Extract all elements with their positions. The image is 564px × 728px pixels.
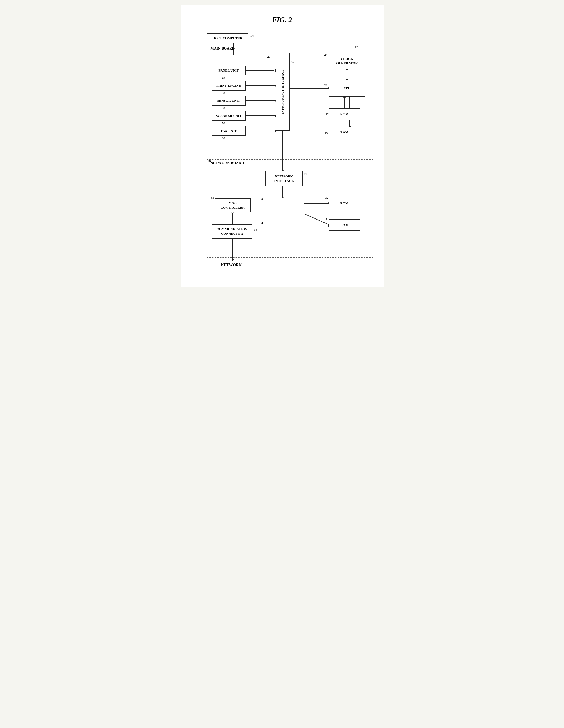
ref-mac: 35 [211, 196, 214, 200]
rom-main-label: ROM [340, 112, 349, 117]
ref-panel: 40 [222, 76, 225, 80]
scanner-unit-label: SCANNER UNIT [216, 114, 242, 118]
cpu-label: CPU [343, 86, 351, 91]
diagram-area: HOST COMPUTER 14 13 MAIN BOARD INPUT/OUT… [191, 32, 373, 271]
page: FIG. 2 [181, 5, 384, 287]
ref-dpram-nwcpu: 31 [260, 221, 263, 225]
fax-unit-box: FAX UNIT [212, 126, 246, 136]
ref-net-interface: 37 [304, 172, 307, 176]
ref-clock: 24 [324, 53, 328, 57]
dpram-nwcpu-container [264, 198, 304, 221]
figure-title: FIG. 2 [191, 16, 373, 24]
ref-network-board: 30 [208, 159, 211, 163]
main-board-label: MAIN BOARD [211, 47, 235, 51]
network-bottom-label: NETWORK [221, 263, 242, 267]
comm-connector-label: COMMUNICATION CONNECTOR [217, 227, 248, 236]
ref-20: 20 [267, 55, 271, 59]
fax-unit-label: FAX UNIT [221, 129, 237, 133]
rom-main-box: ROM [329, 108, 360, 120]
ref-rom-net: 32 [325, 196, 329, 200]
mac-controller-box: MAC CONTROLLER [215, 198, 251, 212]
scanner-unit-box: SCANNER UNIT [212, 111, 246, 121]
ram-network-box: RAM [329, 219, 360, 231]
rom-network-label: ROM [340, 201, 349, 206]
host-computer-label: HOST COMPUTER [212, 36, 242, 41]
cpu-box: CPU [329, 80, 365, 97]
ref-fax: 80 [222, 136, 225, 140]
ref-ram-net: 33 [325, 217, 329, 221]
network-interface-box: NETWORK INTERFACE [265, 171, 303, 186]
clock-generator-label: CLOCK GENERATOR [336, 57, 358, 66]
rom-network-box: ROM [329, 198, 360, 209]
sensor-unit-label: SENSOR UNIT [217, 99, 240, 103]
ref-dpram: 34 [260, 197, 263, 201]
network-interface-label: NETWORK INTERFACE [274, 174, 294, 183]
network-board-label: NETWORK BOARD [211, 161, 244, 165]
ref-sensor: 60 [222, 106, 225, 110]
svg-marker-40 [232, 259, 234, 261]
host-computer-box: HOST COMPUTER [207, 33, 248, 43]
ref-scanner: 70 [222, 121, 225, 125]
comm-connector-box: COMMUNICATION CONNECTOR [212, 224, 252, 239]
panel-unit-box: PANEL UNIT [212, 66, 246, 75]
ref-io: 25 [291, 60, 294, 64]
print-engine-box: PRINT ENGINE [212, 81, 246, 91]
print-engine-label: PRINT ENGINE [216, 83, 241, 88]
ref-cpu: 21 [324, 83, 328, 87]
io-interface-box: INPUT/OUTPUT INTERFACE [276, 53, 290, 131]
ref-print: 50 [222, 91, 225, 95]
ram-main-box: RAM [329, 127, 360, 138]
ram-main-label: RAM [340, 130, 348, 135]
io-interface-label: INPUT/OUTPUT INTERFACE [281, 69, 284, 114]
mac-controller-label: MAC CONTROLLER [221, 201, 244, 210]
ram-network-label: RAM [340, 223, 348, 227]
ref-comm: 36 [254, 228, 257, 232]
panel-unit-label: PANEL UNIT [218, 68, 239, 73]
ref-ram-main: 23 [325, 131, 328, 136]
ref-host: 14 [250, 34, 254, 38]
sensor-unit-box: SENSOR UNIT [212, 96, 246, 106]
ref-rom-main: 22 [326, 112, 329, 117]
clock-generator-box: CLOCK GENERATOR [329, 53, 365, 69]
